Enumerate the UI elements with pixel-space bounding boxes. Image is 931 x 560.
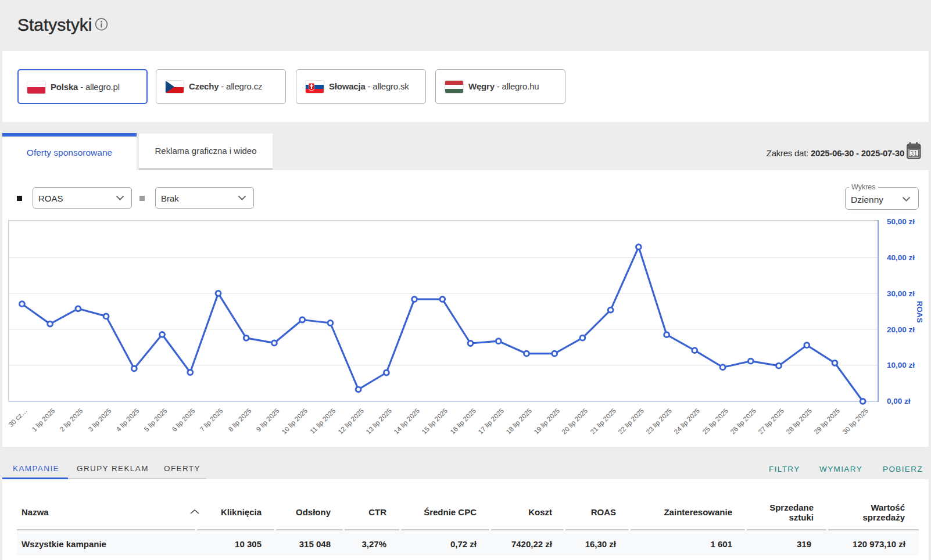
svg-text:ROAS: ROAS <box>915 301 924 323</box>
svg-text:31: 31 <box>910 150 918 157</box>
